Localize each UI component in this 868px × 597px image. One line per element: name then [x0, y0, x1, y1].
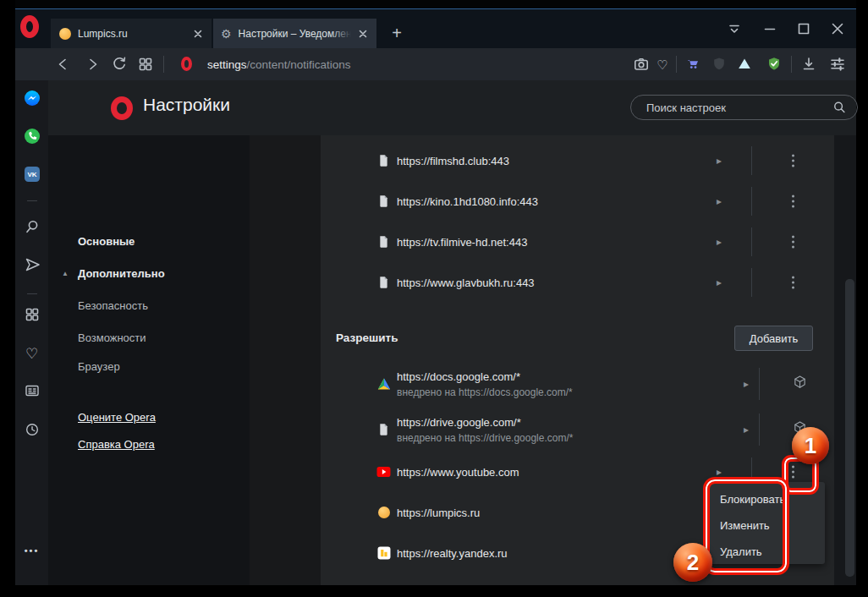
tab-close-icon[interactable]: [191, 27, 205, 41]
annotation-step-2-badge: 2: [673, 543, 712, 582]
tab-close-icon[interactable]: [356, 27, 370, 41]
chevron-right-icon[interactable]: ▸: [744, 378, 749, 390]
settings-search[interactable]: [630, 95, 858, 120]
site-row[interactable]: https://filmshd.club:443 ▸: [321, 140, 834, 181]
sidebar-divider: [27, 200, 37, 201]
chevron-right-icon[interactable]: ▸: [744, 424, 749, 435]
site-url: https://www.glavbukh.ru:443: [397, 277, 535, 289]
site-url: https://tv.filmive-hd.net:443: [397, 236, 527, 249]
separator: [791, 56, 792, 73]
lumpics-favicon: [59, 28, 71, 40]
tab-search-icon[interactable]: [722, 19, 747, 39]
opera-logo[interactable]: [20, 15, 39, 38]
scrollbar-thumb[interactable]: [845, 279, 854, 577]
scroll-gutter: [834, 135, 856, 585]
easy-setup-sliders-icon[interactable]: [828, 55, 847, 74]
maximize-button[interactable]: [791, 19, 816, 39]
site-url: https://drive.google.com/*: [397, 416, 573, 429]
bookmarks-heart-icon[interactable]: ♡: [15, 343, 48, 364]
personal-news-icon[interactable]: [15, 381, 48, 401]
bookmark-heart-icon[interactable]: ♡: [653, 55, 672, 74]
page-doc-icon: [376, 194, 391, 209]
search-icon[interactable]: [15, 216, 48, 237]
annotation-step-1-badge: 1: [792, 427, 829, 464]
rate-opera-link[interactable]: Оцените Opera: [78, 411, 156, 424]
new-tab-button[interactable]: +: [386, 21, 408, 45]
download-icon[interactable]: [799, 55, 818, 74]
minimize-button[interactable]: [757, 19, 783, 39]
page-doc-icon: [376, 423, 391, 437]
add-button[interactable]: Добавить: [734, 326, 813, 351]
site-row[interactable]: https://docs.google.com/* внедрено на ht…: [321, 362, 834, 406]
search-icon: [832, 100, 847, 115]
url-text[interactable]: settings/content/notifications: [207, 48, 351, 80]
chevron-right-icon[interactable]: ▸: [717, 466, 722, 478]
allow-section-heading: Разрешить: [336, 331, 398, 344]
triangle-extension-icon[interactable]: [735, 55, 754, 74]
site-row[interactable]: https://tv.filmive-hd.net:443 ▸: [321, 222, 834, 262]
back-icon[interactable]: [54, 55, 73, 74]
whatsapp-icon[interactable]: [15, 126, 48, 146]
annotation-frame-context-menu: [703, 477, 789, 575]
chevron-right-icon[interactable]: ▸: [717, 277, 722, 288]
site-url: https://realty.yandex.ru: [397, 547, 508, 560]
speed-dial-grid-icon[interactable]: [15, 304, 48, 325]
google-drive-icon: [376, 378, 391, 391]
history-clock-icon[interactable]: [15, 419, 48, 440]
row-divider: [751, 146, 752, 175]
page-title: Настройки: [143, 95, 230, 115]
extension-cube-icon: [793, 375, 807, 393]
site-row[interactable]: https://drive.google.com/* внедрено на h…: [321, 408, 834, 452]
messenger-icon[interactable]: [15, 88, 48, 108]
tab-settings[interactable]: ⚙ Настройки – Уведомлени: [213, 19, 376, 48]
vk-icon[interactable]: VK: [15, 164, 48, 184]
page-doc-icon: [376, 235, 391, 249]
yandex-realty-icon: [376, 546, 391, 560]
settings-nav: Основные ▲ Дополнительно Безопасность Во…: [48, 135, 250, 585]
snapshot-camera-icon[interactable]: [632, 55, 651, 74]
row-menu-button[interactable]: [788, 155, 798, 167]
sidebar-more-icon[interactable]: •••: [15, 540, 48, 561]
row-divider: [751, 268, 752, 297]
address-bar: settings/content/notifications ♡: [15, 48, 856, 80]
adguard-shield-icon[interactable]: [765, 55, 783, 74]
site-url: https://lumpics.ru: [397, 507, 480, 519]
site-row[interactable]: https://kino.1hd1080.info:443 ▸: [321, 181, 834, 222]
flow-send-icon[interactable]: [15, 255, 48, 275]
sidebar: VK ♡ •••: [15, 80, 48, 585]
separator: [163, 56, 164, 73]
svg-text:VK: VK: [27, 171, 36, 178]
row-menu-button[interactable]: [788, 236, 798, 249]
close-button[interactable]: [825, 19, 850, 39]
tab-tiles-icon[interactable]: [136, 55, 155, 74]
settings-search-input[interactable]: [645, 101, 832, 115]
settings-gear-icon: ⚙: [221, 28, 232, 40]
reload-icon[interactable]: [110, 55, 129, 74]
separator: [676, 56, 677, 73]
nav-item-features[interactable]: Возможности: [78, 331, 146, 344]
nav-item-general[interactable]: Основные: [78, 235, 135, 248]
site-row[interactable]: https://www.glavbukh.ru:443 ▸: [321, 262, 834, 303]
row-menu-button[interactable]: [788, 195, 798, 208]
chevron-right-icon[interactable]: ▸: [717, 155, 722, 167]
row-menu-button[interactable]: [788, 277, 798, 289]
collapse-arrow-icon[interactable]: ▲: [62, 270, 69, 277]
tab-lumpics[interactable]: Lumpics.ru: [51, 19, 212, 48]
settings-header: Настройки: [48, 80, 856, 135]
cart-extension-icon[interactable]: [684, 55, 703, 74]
shield-dim-extension-icon[interactable]: [710, 55, 728, 74]
site-url: https://www.youtube.com: [397, 466, 519, 479]
nav-item-advanced[interactable]: Дополнительно: [78, 267, 165, 280]
help-opera-link[interactable]: Справка Opera: [78, 438, 155, 451]
chevron-right-icon[interactable]: ▸: [717, 195, 722, 207]
row-divider: [751, 187, 752, 216]
youtube-icon: [376, 467, 391, 478]
chevron-right-icon[interactable]: ▸: [717, 236, 722, 248]
nav-item-browser[interactable]: Браузер: [78, 360, 120, 373]
nav-item-security[interactable]: Безопасность: [78, 299, 148, 312]
page-doc-icon: [376, 276, 391, 290]
forward-icon[interactable]: [83, 55, 102, 74]
page-doc-icon: [376, 154, 391, 168]
site-url: https://docs.google.com/*: [397, 370, 573, 383]
tab-title: Lumpics.ru: [78, 28, 186, 40]
